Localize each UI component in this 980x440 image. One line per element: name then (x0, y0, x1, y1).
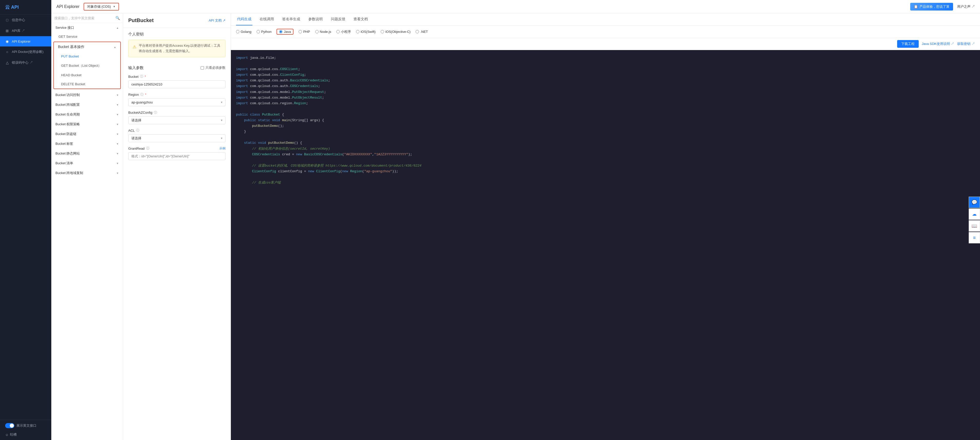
search-icon[interactable]: 🔍 (115, 16, 120, 20)
info-icon[interactable]: ⓘ (140, 75, 143, 79)
tab-feedback[interactable]: 问题反馈 (330, 13, 346, 26)
bucket-item-delete-bucket[interactable]: DELETE Bucket (54, 80, 120, 89)
code-line: // 生成cos客户端 (236, 180, 975, 186)
lang-php[interactable]: PHP (299, 30, 310, 33)
code-line: import com.qcloud.cos.auth.COSCredential… (236, 83, 975, 89)
bucket-policy-header[interactable]: Bucket 权限策略 ▼ (51, 120, 123, 129)
bucket-group-header[interactable]: Bucket 基本操作 ▲ (54, 42, 120, 52)
info-icon[interactable]: ⓘ (154, 110, 157, 115)
lang-java[interactable]: Java (277, 29, 293, 35)
tab-view-doc[interactable]: 查看文档 (353, 13, 369, 26)
ios-objc-radio[interactable] (381, 30, 384, 33)
lang-ios-objc[interactable]: iOS(Objective-C) (381, 30, 410, 33)
experience-icon: 📋 (914, 5, 918, 8)
tab-param-desc[interactable]: 参数说明 (307, 13, 324, 26)
sidebar-item-info-center[interactable]: □ 信息中心 (0, 14, 51, 26)
category-label: Bucket 跨地域复制 (56, 171, 83, 175)
grantread-input[interactable] (128, 152, 226, 160)
bucket-cors-header[interactable]: Bucket 跨域配置 ▼ (51, 100, 123, 110)
acl-select[interactable]: 请选择 private public-read public-read-writ… (128, 134, 226, 142)
param-acl: ACL ⓘ 请选择 private public-read public-rea… (128, 128, 226, 142)
search-input[interactable] (54, 16, 114, 20)
float-chat-button[interactable]: 💬 (969, 197, 980, 208)
float-buttons: 💬 ☁ 📖 ≡ (969, 197, 980, 243)
dotnet-radio[interactable] (415, 30, 419, 33)
get-secret-link[interactable]: 获取密钥 ↗ (957, 41, 975, 46)
service-dropdown[interactable]: 对象存储 (COS) ▼ (84, 3, 119, 11)
miniapp-radio[interactable] (336, 30, 340, 33)
api-doc-link[interactable]: API 文档 ↗ (208, 18, 226, 23)
bucket-website: Bucket 静态网站 ▼ (51, 149, 123, 158)
param-bucketazconfig: BucketAZConfig ⓘ 请选择 MAZ ▼ (128, 110, 226, 124)
lang-miniapp[interactable]: 小程序 (336, 30, 351, 34)
bucket-item-head-bucket[interactable]: HEAD Bucket (54, 70, 120, 80)
bucketazconfig-select[interactable]: 请选择 MAZ (128, 116, 226, 124)
java-radio[interactable] (279, 30, 282, 33)
required-only-filter[interactable]: 只看必填参数 (200, 65, 226, 70)
experience-button[interactable]: 📋 产品体验，您说了算 (910, 3, 953, 11)
lang-golang[interactable]: Golang (236, 30, 251, 33)
code-line (236, 61, 975, 67)
header-right: 📋 产品体验，您说了算 用户之声 ↗ (910, 3, 975, 11)
bucket-replication-header[interactable]: Bucket 跨地域复制 ▼ (51, 168, 123, 178)
golang-radio[interactable] (236, 30, 239, 33)
user-voice-link[interactable]: 用户之声 ↗ (957, 4, 975, 9)
code-line (236, 106, 975, 112)
tab-sign-concat[interactable]: 签名串生成 (281, 13, 301, 26)
api-item-get-service[interactable]: GET Service (51, 33, 123, 41)
float-cloud-button[interactable]: ☁ (969, 209, 980, 220)
bucket-website-header[interactable]: Bucket 静态网站 ▼ (51, 149, 123, 158)
python-radio[interactable] (256, 30, 260, 33)
bucket-tagging-header[interactable]: Bucket 标签 ▼ (51, 139, 123, 149)
param-name: Bucket (128, 75, 138, 78)
bucket-referer-header[interactable]: Bucket 防盗链 ▼ (51, 129, 123, 139)
feedback-icon: ☺ (5, 433, 8, 437)
sidebar-item-api-explorer[interactable]: ◉ API Explorer (0, 36, 51, 46)
toggle-english-interface[interactable]: 展示英文接口 (5, 423, 37, 428)
ios-swift-radio[interactable] (356, 30, 360, 33)
required-only-checkbox[interactable] (200, 66, 204, 70)
category-label: Bucket 标签 (56, 142, 73, 146)
example-link[interactable]: 示例 (220, 146, 226, 151)
lang-python[interactable]: Python (256, 30, 271, 33)
nodejs-radio[interactable] (315, 30, 319, 33)
sidebar-item-api-doctor[interactable]: ○ API Doctor(使用诊断) (0, 46, 51, 57)
sidebar-item-error-center[interactable]: △ 错误码中心 ↗ (0, 57, 51, 68)
sidebar-item-api-library[interactable]: ⊞ API库 ↗ (0, 26, 51, 36)
sidebar-item-label: 错误码中心 ↗ (12, 60, 33, 65)
chevron-down-icon: ▼ (116, 104, 119, 106)
download-button[interactable]: 下载工程 (897, 40, 919, 48)
api-title: PutBucket (128, 18, 154, 23)
tab-online-debug[interactable]: 在线调用 (259, 13, 275, 26)
sidebar-nav: □ 信息中心 ⊞ API库 ↗ ◉ API Explorer ○ API Doc… (0, 14, 51, 420)
bucket-item-put-bucket[interactable]: PUT Bucket (54, 52, 120, 61)
toggle-switch-control[interactable] (5, 423, 14, 428)
lang-dotnet[interactable]: .NET (415, 30, 428, 33)
bucket-lifecycle-header[interactable]: Bucket 生命周期 ▼ (51, 110, 123, 120)
tab-code-gen[interactable]: 代码生成 (236, 13, 253, 26)
region-select[interactable]: ap-guangzhou ap-beijing ap-shanghai (128, 98, 226, 106)
bucket-inventory-header[interactable]: Bucket 清单 ▼ (51, 158, 123, 168)
bucket-item-get-bucket[interactable]: GET Bucket（List Object） (54, 61, 120, 70)
float-book-button[interactable]: 📖 (969, 220, 980, 231)
php-radio[interactable] (299, 30, 302, 33)
lang-ios-swift[interactable]: iOS(Swift) (356, 30, 376, 33)
param-grantread-label: GrantRead ⓘ 示例 (128, 146, 226, 151)
info-icon[interactable]: ⓘ (136, 128, 139, 133)
lang-label: Golang (241, 30, 251, 33)
content-area: 🔍 Service 接口 ▲ GET Service Bucket 基本操 (51, 13, 980, 440)
feedback-label: 吐槽 (10, 432, 17, 437)
service-category-header[interactable]: Service 接口 ▲ (51, 23, 123, 33)
lang-nodejs[interactable]: Node.js (315, 30, 331, 33)
param-region-label: Region ⓘ * (128, 92, 226, 97)
code-line: import java.io.File; (236, 55, 975, 61)
feedback-button[interactable]: ☺ 吐槽 (5, 432, 17, 437)
bucket-input[interactable] (128, 80, 226, 88)
sdk-doc-link[interactable]: Java SDK使用说明 ↗ (922, 41, 954, 46)
info-icon[interactable]: ⓘ (146, 146, 149, 151)
bucket-cors: Bucket 跨域配置 ▼ (51, 100, 123, 110)
float-menu-button[interactable]: ≡ (969, 232, 980, 243)
bucket-access-control-header[interactable]: Bucket 访问控制 ▼ (51, 90, 123, 100)
bucket-referer: Bucket 防盗链 ▼ (51, 129, 123, 139)
info-icon[interactable]: ⓘ (140, 92, 143, 97)
